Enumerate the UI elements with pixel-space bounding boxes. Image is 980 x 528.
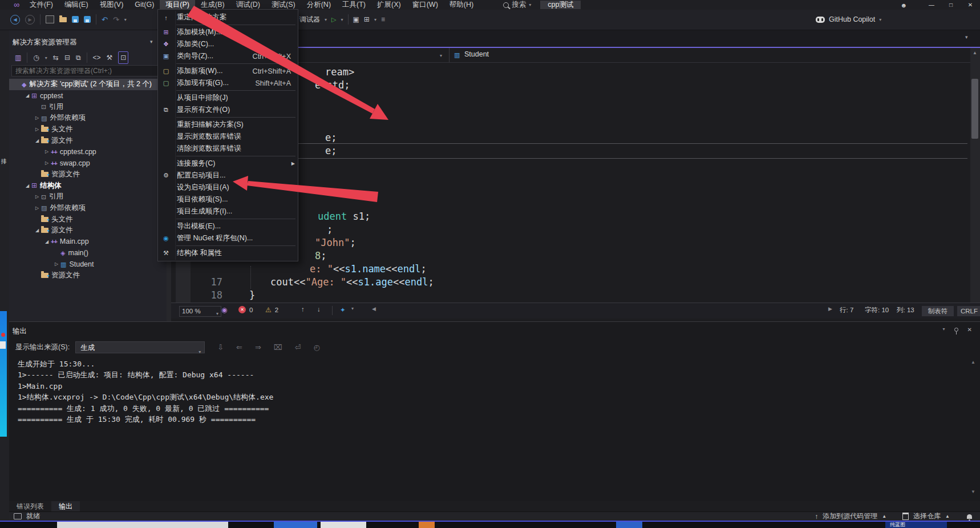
- next-message-icon[interactable]: ⇒: [255, 343, 261, 352]
- hscroll-left-icon[interactable]: ◀: [372, 306, 376, 312]
- solution-explorer-search-input[interactable]: [11, 65, 162, 76]
- feedback-icon[interactable]: ☻: [900, 2, 907, 9]
- chevron-down-icon[interactable]: ▾: [943, 327, 945, 333]
- chevron-up-icon[interactable]: ▲: [882, 514, 886, 519]
- tree-item-14[interactable]: ◢++Main.cpp: [9, 236, 167, 248]
- tree-item-16[interactable]: ▷▥Student: [9, 259, 167, 270]
- sync-with-active-document-icon[interactable]: ⊡: [118, 51, 128, 64]
- project-menu-item-17[interactable]: ◉管理 NuGet 程序包(N)...: [158, 232, 298, 244]
- open-folder-icon[interactable]: [59, 17, 67, 22]
- close-button[interactable]: ✕: [961, 0, 980, 10]
- menubar-item-5[interactable]: 生成(B): [195, 0, 230, 10]
- error-indicator[interactable]: ✕ 0: [238, 306, 253, 313]
- tree-item-11[interactable]: ▷▨外部依赖项: [9, 203, 167, 214]
- type-scope-dropdown[interactable]: ▥ Student ▾: [449, 48, 980, 62]
- tree-item-9[interactable]: ◢⊞结构体: [9, 180, 167, 191]
- chevron-up-icon[interactable]: ▲: [945, 514, 950, 519]
- chevron-down-icon[interactable]: ▾: [325, 17, 327, 22]
- redo-icon[interactable]: ↷: [113, 15, 119, 24]
- menubar-item-12[interactable]: 帮助(H): [444, 0, 479, 10]
- chevron-down-icon[interactable]: ▾: [374, 17, 376, 22]
- notifications-bell-icon[interactable]: [967, 514, 972, 519]
- intellisense-icon[interactable]: ◉: [221, 306, 227, 314]
- menubar-item-2[interactable]: 视图(V): [94, 0, 129, 10]
- tree-item-15[interactable]: ◈main(): [9, 247, 167, 259]
- chevron-down-icon[interactable]: ▾: [341, 17, 343, 22]
- project-menu-item-8[interactable]: 重新扫描解决方案(S): [158, 119, 298, 131]
- collapse-all-icon[interactable]: ⊟: [64, 52, 70, 63]
- copilot-button[interactable]: GitHub Copilot ▾: [816, 10, 881, 29]
- scroll-up-icon[interactable]: ▲: [971, 360, 975, 365]
- minimize-button[interactable]: —: [922, 0, 941, 10]
- project-menu-item-5[interactable]: ▢添加现有项(G)...Shift+Alt+A: [158, 77, 298, 89]
- project-menu-item-2[interactable]: ❖添加类(C)...: [158, 38, 298, 50]
- debug-target-label[interactable]: 调试器: [299, 15, 320, 25]
- undo-icon[interactable]: ↶: [102, 15, 108, 24]
- project-menu-item-13[interactable]: 设为启动项目(A): [158, 182, 298, 194]
- show-all-files-icon[interactable]: ⧉: [76, 52, 81, 63]
- zoom-dropdown[interactable]: 100 % ▾: [179, 306, 221, 317]
- chevron-down-icon[interactable]: ▾: [124, 17, 127, 22]
- menubar-item-4[interactable]: 项目(P): [160, 0, 195, 10]
- scroll-up-icon[interactable]: ▲: [973, 50, 977, 55]
- project-menu-item-9[interactable]: 显示浏览数据库错误: [158, 131, 298, 143]
- tree-item-7[interactable]: ▷++swap.cpp: [9, 158, 167, 169]
- line-ending-indicator[interactable]: CRLF: [957, 306, 980, 316]
- properties-icon[interactable]: ⚒: [107, 52, 113, 63]
- menubar-item-10[interactable]: 扩展(X): [371, 0, 407, 10]
- project-menu-item-7[interactable]: ⧉显示所有文件(O): [158, 104, 298, 116]
- project-menu-item-0[interactable]: ↑重定向解决方案: [158, 11, 298, 23]
- expander-icon[interactable]: ◢: [23, 93, 31, 98]
- expander-icon[interactable]: ▷: [33, 115, 41, 120]
- warning-indicator[interactable]: ⚠ 2: [265, 306, 278, 314]
- previous-message-icon[interactable]: ⇐: [236, 343, 242, 352]
- output-log[interactable]: 生成开始于 15:30...1>------ 已启动生成: 项目: 结构体, 配…: [18, 358, 273, 425]
- expander-icon[interactable]: ▷: [33, 127, 41, 132]
- tree-item-3[interactable]: ▷▨外部依赖项: [9, 112, 167, 124]
- sync-selection-icon[interactable]: ⇆: [53, 52, 59, 63]
- timestamp-icon[interactable]: ◴: [314, 343, 320, 352]
- project-menu-item-14[interactable]: 项目依赖项(S)...: [158, 194, 298, 205]
- toolbar-overflow-icon[interactable]: ≡: [381, 15, 385, 23]
- bottom-tab-0[interactable]: 错误列表: [9, 501, 51, 511]
- expander-icon[interactable]: ▷: [33, 194, 41, 199]
- search-button[interactable]: 搜索 ▾: [503, 0, 531, 10]
- project-menu-item-12[interactable]: ⚙配置启动项目...: [158, 170, 298, 182]
- tree-item-2[interactable]: ⊡引用: [9, 101, 167, 112]
- hscroll-right-icon[interactable]: ▶: [828, 306, 832, 312]
- expander-icon[interactable]: ◢: [43, 239, 51, 244]
- next-issue-icon[interactable]: ↓: [317, 306, 321, 313]
- switch-views-icon[interactable]: ▥: [15, 52, 21, 63]
- tree-item-12[interactable]: 头文件: [9, 213, 167, 225]
- navigate-back-icon[interactable]: ◀: [10, 15, 20, 25]
- expander-icon[interactable]: ◢: [23, 183, 31, 188]
- tree-item-0[interactable]: ◆解决方案 'cpp测试' (2 个项目，共 2 个): [9, 79, 167, 90]
- menubar-item-6[interactable]: 调试(D): [230, 0, 266, 10]
- project-menu-item-15[interactable]: 项目生成顺序(I)...: [158, 205, 298, 217]
- project-menu-item-3[interactable]: ▣类向导(Z)...Ctrl+Shift+X: [158, 50, 298, 62]
- expander-icon[interactable]: ▷: [43, 160, 51, 166]
- project-menu-item-10[interactable]: 清除浏览数据库错误: [158, 143, 298, 155]
- project-menu-item-16[interactable]: 导出模板(E)...: [158, 220, 298, 232]
- navigate-forward-icon[interactable]: ▶: [25, 15, 35, 25]
- tree-item-10[interactable]: ▷⊡引用: [9, 191, 167, 203]
- tree-item-17[interactable]: 资源文件: [9, 270, 167, 281]
- chevron-down-icon[interactable]: ▾: [150, 39, 153, 45]
- caret-line-indicator[interactable]: 行: 7: [840, 306, 853, 315]
- project-menu-item-6[interactable]: 从项目中排除(J): [158, 92, 298, 104]
- caret-char-indicator[interactable]: 字符: 10: [865, 306, 889, 315]
- menubar-item-11[interactable]: 窗口(W): [407, 0, 444, 10]
- add-to-source-control-button[interactable]: 添加到源代码管理: [823, 511, 877, 521]
- bottom-tab-1[interactable]: 输出: [51, 501, 80, 511]
- save-all-icon[interactable]: [84, 16, 91, 23]
- start-without-debugging-icon[interactable]: ▷: [331, 16, 336, 23]
- clear-all-icon[interactable]: ⌧: [274, 343, 282, 352]
- project-menu-item-1[interactable]: ⊞添加模块(M)...: [158, 26, 298, 38]
- tree-item-5[interactable]: ◢源文件: [9, 135, 167, 146]
- tree-item-1[interactable]: ◢⊞cpptest: [9, 90, 167, 102]
- menubar-item-8[interactable]: 分析(N): [301, 0, 337, 10]
- expander-icon[interactable]: ◢: [33, 138, 41, 143]
- code-cleanup-icon[interactable]: ✦: [340, 306, 346, 314]
- window-layout-icon[interactable]: ▣: [353, 15, 359, 23]
- new-project-icon[interactable]: [46, 15, 54, 23]
